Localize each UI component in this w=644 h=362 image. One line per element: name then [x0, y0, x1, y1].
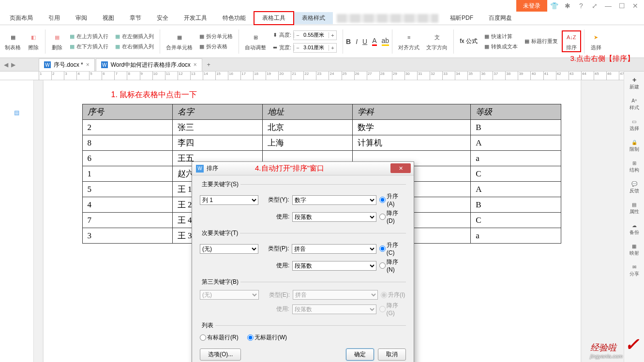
align-button[interactable]: ≡对齐方式	[395, 31, 422, 51]
dialog-close-button[interactable]: ✕	[390, 163, 411, 173]
primary-key-select[interactable]: 列 1	[200, 195, 258, 205]
panel-item-映射[interactable]: ▦映射	[629, 242, 639, 259]
secondary-desc-radio[interactable]: 降序(N)	[379, 258, 406, 273]
italic-button[interactable]: I	[356, 38, 358, 45]
pin-icon[interactable]: ⤢	[588, 0, 601, 12]
primary-type-select[interactable]: 数字	[292, 195, 377, 205]
wechat-icon[interactable]: ✱	[561, 0, 574, 12]
login-button[interactable]: 未登录	[516, 0, 547, 12]
quick-calc[interactable]: ▦快速计算	[484, 33, 512, 40]
bold-button[interactable]: B	[346, 38, 351, 45]
document-tabs: ◀▶ W序号.docx *× WWord中如何进行表格排序.docx× +	[0, 58, 644, 72]
dialog-titlebar[interactable]: W 排序 4.自动打开"排序"窗口 ✕	[192, 162, 414, 175]
highlight-button[interactable]: ab	[382, 37, 389, 46]
blurred-region	[337, 14, 438, 23]
new-tab-button[interactable]: +	[203, 61, 214, 68]
split-cell[interactable]: ▦拆分单元格	[199, 33, 233, 40]
table-row[interactable]: 2张三北京数学B	[82, 120, 561, 135]
width-spinner[interactable]: −+	[293, 43, 337, 53]
panel-item-反馈[interactable]: 💬反馈	[629, 179, 639, 196]
secondary-key-select[interactable]: (无)	[200, 244, 258, 254]
panel-item-备份[interactable]: ☁备份	[629, 221, 639, 238]
underline-button[interactable]: U	[362, 38, 367, 45]
type-label: 类型(E):	[262, 291, 290, 299]
convert-to-text[interactable]: ▦转换成文本	[484, 43, 518, 50]
menu-table-style[interactable]: 表格样式	[294, 12, 333, 24]
panel-item-限制[interactable]: 🔒限制	[629, 138, 639, 155]
panel-item-分享[interactable]: ✉分享	[629, 262, 639, 279]
menu-view[interactable]: 视图	[95, 12, 122, 24]
tab-doc2[interactable]: WWord中如何进行表格排序.docx×	[96, 58, 202, 71]
secondary-type-select[interactable]: 拼音	[292, 244, 376, 254]
close-icon[interactable]: ✕	[629, 0, 642, 12]
shirt-icon[interactable]: 👕	[547, 0, 561, 12]
ok-button[interactable]: 确定	[346, 348, 374, 361]
menu-table-tools[interactable]: 表格工具	[254, 11, 294, 25]
menu-chapter[interactable]: 章节	[122, 12, 149, 24]
autofit-button[interactable]: ⊞自动调整	[242, 31, 269, 51]
table-row[interactable]: 8李四上海计算机A	[82, 135, 561, 151]
divider	[343, 29, 343, 54]
menu-page-layout[interactable]: 页面布局	[2, 12, 41, 24]
left-gutter: ▤	[0, 80, 34, 362]
options-button[interactable]: 选项(O)...	[200, 348, 241, 361]
minimize-icon[interactable]: —	[601, 0, 615, 12]
eraser-button[interactable]: ◧擦除	[25, 31, 42, 51]
width-label: ⬌	[273, 44, 277, 51]
sort-button[interactable]: A↓Z排序	[562, 30, 581, 52]
font-color-button[interactable]: A	[372, 37, 376, 46]
primary-desc-radio[interactable]: 降序(D)	[379, 209, 406, 224]
tab-close-icon[interactable]: ×	[86, 61, 90, 68]
tab-doc1[interactable]: W序号.docx *×	[39, 58, 95, 71]
third-key-fieldset: 第三关键字(B) (无) 类型(E): 拼音 升序(I) 使用: 段落数 降序(…	[200, 278, 406, 319]
draw-table-button[interactable]: ▦制表格	[2, 31, 24, 51]
panel-item-样式[interactable]: Aᵅ样式	[629, 96, 639, 113]
text-direction-button[interactable]: 文文字方向	[423, 31, 450, 51]
table-header[interactable]: 等级	[471, 104, 561, 120]
panel-item-选择[interactable]: ▭选择	[629, 117, 639, 134]
menu-baidu[interactable]: 百度网盘	[481, 12, 520, 24]
menu-devtools[interactable]: 开发工具	[176, 12, 215, 24]
primary-asc-radio[interactable]: 升序(A)	[379, 192, 406, 207]
maximize-icon[interactable]: ☐	[615, 0, 629, 12]
insert-col-left[interactable]: ▦在左侧插入列	[115, 33, 154, 40]
height-spinner[interactable]: −+	[293, 30, 337, 40]
select-button[interactable]: ➤选择	[587, 31, 605, 51]
menu-review[interactable]: 审阅	[68, 12, 95, 24]
menu-security[interactable]: 安全	[149, 12, 176, 24]
cancel-button[interactable]: 取消	[378, 348, 406, 361]
panel-item-结构[interactable]: ⊞结构	[629, 159, 639, 175]
panel-item-属性[interactable]: ▤属性	[629, 200, 639, 217]
menu-features[interactable]: 特色功能	[215, 12, 254, 24]
merge-cells-button[interactable]: ▦合并单元格	[163, 31, 195, 51]
split-table[interactable]: ▦拆分表格	[199, 43, 227, 50]
table-header[interactable]: 学科	[353, 104, 471, 120]
header-repeat[interactable]: ▦标题行重复	[524, 38, 558, 45]
formula-button[interactable]: fx 公式	[457, 37, 480, 45]
outline-icon[interactable]: ▤	[14, 109, 19, 116]
delete-button[interactable]: ▦删除	[48, 31, 66, 51]
secondary-asc-radio[interactable]: 升序(C)	[379, 241, 406, 256]
panel-item-新建[interactable]: ✚新建	[629, 75, 639, 92]
watermark: 经验啦 jingyanla.com ✓	[590, 334, 639, 359]
insert-col-right[interactable]: ▦在右侧插入列	[115, 43, 154, 50]
menu-foxit[interactable]: 福昕PDF	[442, 12, 481, 24]
nav-back-icon[interactable]: ◀	[4, 61, 8, 68]
word-icon: W	[101, 61, 108, 68]
insert-row-below[interactable]: ▦在下方插入行	[70, 43, 108, 50]
secondary-use-select[interactable]: 段落数	[292, 261, 376, 271]
table-header[interactable]: 序号	[82, 104, 172, 120]
table-header[interactable]: 地址	[263, 104, 353, 120]
menu-reference[interactable]: 引用	[41, 12, 68, 24]
has-header-radio[interactable]: 有标题行(R)	[200, 333, 239, 342]
insert-row-above[interactable]: ▦在上方插入行	[70, 33, 108, 40]
help-icon[interactable]: ?	[574, 0, 588, 12]
nav-fwd-icon[interactable]: ▶	[11, 61, 15, 68]
no-header-radio[interactable]: 无标题行(W)	[247, 333, 287, 342]
divider	[239, 29, 239, 54]
tab-close-icon[interactable]: ×	[194, 61, 197, 68]
divider	[392, 29, 392, 54]
table-header[interactable]: 名字	[172, 104, 262, 120]
primary-use-select[interactable]: 段落数	[292, 212, 376, 222]
sort-dialog: W 排序 4.自动打开"排序"窗口 ✕ 主要关键字(S) 列 1 类型(Y): …	[192, 161, 414, 362]
